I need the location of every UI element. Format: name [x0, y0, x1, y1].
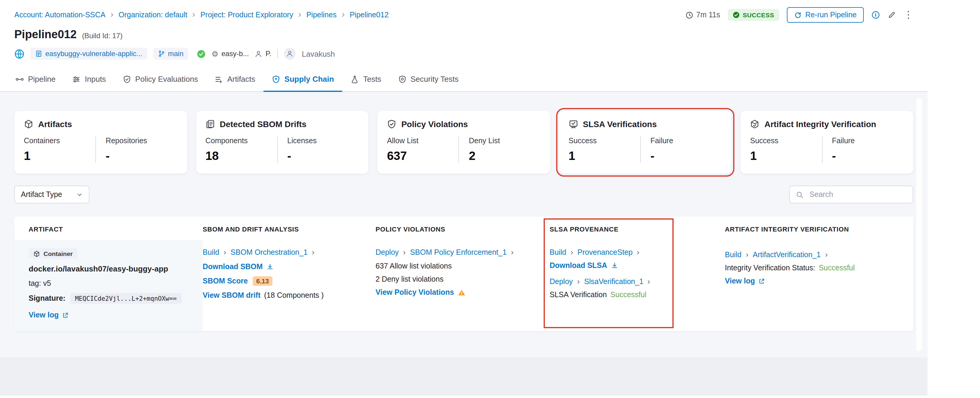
shield-check-icon — [387, 119, 396, 129]
execution-meta-row: easybuggy-vulnerable-applic... main ⚙ ea… — [0, 41, 928, 60]
gear-icon: ⚙ — [212, 49, 218, 58]
duration-text: 7m 11s — [696, 11, 720, 19]
shield-icon — [272, 75, 280, 83]
policy-stage-link[interactable]: Deploy — [375, 248, 399, 257]
card-title: Policy Violations — [401, 119, 468, 129]
user-name: Lavakush — [302, 49, 335, 58]
card-title: SLSA Verifications — [583, 119, 657, 129]
policy-step-link[interactable]: SBOM Policy Enforcement_1 — [410, 248, 507, 257]
slsa-verification-step-link[interactable]: SlsaVerification_1 — [584, 278, 643, 286]
signature-label: Signature: — [29, 294, 65, 302]
provenance-step-link[interactable]: ProvenanceStep — [578, 248, 633, 257]
avatar[interactable] — [284, 48, 296, 60]
flask-icon — [350, 75, 359, 83]
slsa-deploy-stage-link[interactable]: Deploy — [550, 278, 573, 286]
artifact-tag: tag: v5 — [29, 279, 193, 288]
card-artifact-integrity: Artifact Integrity Verification Success … — [741, 111, 913, 174]
metric-integrity-failure: Failure - — [822, 137, 904, 163]
card-policy-violations: Policy Violations Allow List 637 Deny Li… — [377, 111, 550, 174]
chevron-right-icon — [222, 250, 228, 255]
signature-value[interactable]: MEQCICde2Vjl...L+2+mqnOXw== — [70, 293, 181, 304]
chevron-right-icon — [109, 12, 115, 18]
view-policy-violations-link[interactable]: View Policy Violations — [375, 288, 465, 297]
chevron-right-icon — [340, 12, 346, 18]
tab-tests[interactable]: Tests — [342, 67, 390, 92]
table-header: ARTIFACT SBOM AND DRIFT ANALYSIS POLICY … — [14, 217, 913, 240]
repo-name: easybuggy-vulnerable-applic... — [45, 50, 142, 58]
tab-artifacts[interactable]: Artifacts — [206, 67, 264, 92]
user-initial: P. — [266, 50, 272, 58]
breadcrumb: Account: Automation-SSCA Organization: d… — [14, 11, 389, 19]
tab-pipeline[interactable]: Pipeline — [7, 67, 64, 92]
download-sbom-link[interactable]: Download SBOM — [203, 262, 273, 271]
supply-chain-content: Artifacts Containers 1 Repositories - — [0, 92, 928, 396]
sbom-step-link[interactable]: SBOM Orchestration_1 — [231, 248, 308, 257]
trigger-user-meta[interactable]: P. — [255, 50, 272, 58]
allow-list-violations-text: 637 Allow list violations — [375, 262, 540, 270]
tab-policy-evaluations[interactable]: Policy Evaluations — [114, 67, 206, 92]
security-scan-icon — [398, 75, 406, 83]
vertical-scrollbar[interactable] — [916, 98, 922, 351]
sbom-score-badge: 6.13 — [253, 276, 272, 286]
view-sbom-drift-link[interactable]: View SBOM drift — [203, 291, 261, 299]
chevron-right-icon — [569, 250, 575, 255]
external-link-icon — [759, 278, 765, 285]
card-title: Artifacts — [38, 119, 72, 129]
edit-pencil-icon[interactable] — [888, 11, 896, 19]
sbom-drift-count: (18 Components ) — [264, 291, 324, 299]
branch-chip[interactable]: main — [153, 48, 188, 60]
column-header-integrity: ARTIFACT INTEGRITY VERIFICATION — [725, 225, 913, 233]
slsa-cell: Build ProvenanceStep Download SLSA Deplo… — [550, 240, 725, 331]
external-link-icon — [62, 312, 69, 318]
sbom-stage-link[interactable]: Build — [203, 248, 220, 257]
config-name: easy-b... — [221, 50, 249, 58]
artifact-type-filter[interactable]: Artifact Type — [14, 185, 90, 203]
pipeline-icon — [16, 75, 24, 83]
download-slsa-link[interactable]: Download SLSA — [550, 261, 618, 270]
tab-inputs[interactable]: Inputs — [64, 67, 115, 92]
column-header-artifact: ARTIFACT — [14, 225, 203, 233]
metric-slsa-failure: Failure - — [640, 137, 722, 163]
integrity-stage-link[interactable]: Build — [725, 251, 741, 259]
chevron-right-icon — [635, 250, 641, 255]
repository-icon — [35, 50, 42, 57]
config-meta[interactable]: ⚙ easy-b... — [212, 49, 249, 58]
kebab-menu-icon[interactable]: ⋮ — [904, 11, 913, 19]
chevron-right-icon — [297, 12, 303, 18]
cube-check-icon — [750, 119, 760, 129]
download-icon — [266, 263, 273, 270]
info-icon[interactable] — [872, 11, 880, 19]
artifact-name: docker.io/lavakush07/easy-buggy-app — [29, 264, 193, 273]
metric-repositories: Repositories - — [95, 137, 178, 163]
search-box — [789, 185, 913, 203]
slsa-verification-status: SLSA Verification Successful — [550, 291, 715, 299]
breadcrumb-pipelines[interactable]: Pipelines — [306, 11, 337, 19]
breadcrumb-org[interactable]: Organization: default — [119, 11, 188, 19]
slsa-status-value: Successful — [611, 291, 646, 299]
tab-security-tests[interactable]: Security Tests — [390, 67, 467, 92]
artifact-view-log-link[interactable]: View log — [29, 311, 69, 319]
breadcrumb-pipeline012[interactable]: Pipeline012 — [350, 11, 389, 19]
metric-integrity-success: Success 1 — [750, 137, 822, 163]
breadcrumb-project[interactable]: Project: Product Exploratory — [200, 11, 293, 19]
breadcrumb-account[interactable]: Account: Automation-SSCA — [14, 11, 105, 19]
search-input[interactable] — [808, 190, 907, 199]
deny-list-violations-text: 2 Deny list violations — [375, 275, 540, 283]
slsa-certificate-icon — [569, 119, 578, 129]
tab-label: Security Tests — [410, 75, 458, 83]
rerun-pipeline-button[interactable]: Re-run Pipeline — [787, 7, 864, 23]
clock-icon — [686, 11, 693, 19]
sbom-score-link[interactable]: SBOM Score — [203, 277, 248, 285]
person-icon — [255, 50, 262, 58]
card-sbom-drifts: Detected SBOM Drifts Components 18 Licen… — [196, 111, 368, 174]
card-title: Artifact Integrity Verification — [765, 119, 876, 129]
slsa-build-stage-link[interactable]: Build — [550, 248, 566, 257]
column-header-sbom: SBOM AND DRIFT ANALYSIS — [203, 225, 375, 233]
repo-chip[interactable]: easybuggy-vulnerable-applic... — [30, 48, 147, 60]
tab-supply-chain[interactable]: Supply Chain — [264, 67, 342, 92]
rerun-label: Re-run Pipeline — [805, 11, 857, 19]
artifact-verification-step-link[interactable]: ArtifactVerification_1 — [753, 251, 821, 259]
integrity-view-log-link[interactable]: View log — [725, 277, 765, 285]
execution-duration: 7m 11s — [686, 11, 720, 19]
artifacts-table: ARTIFACT SBOM AND DRIFT ANALYSIS POLICY … — [14, 217, 913, 331]
